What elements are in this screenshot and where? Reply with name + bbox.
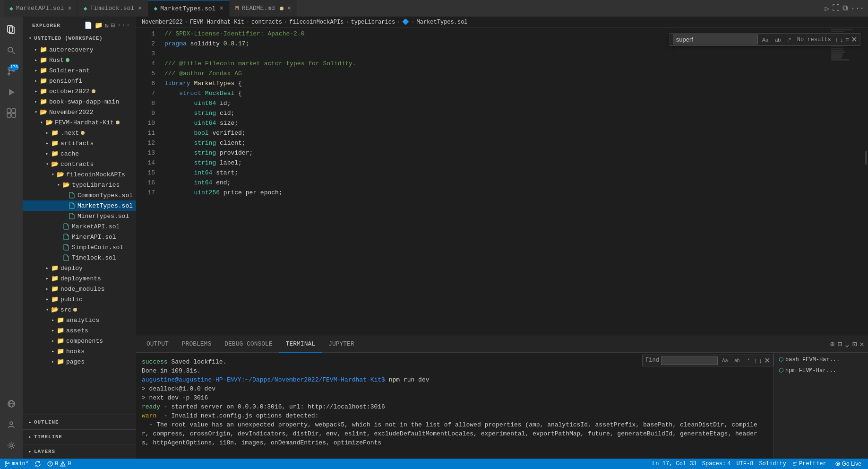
layout-icon[interactable]: ⧉ bbox=[842, 4, 848, 13]
breadcrumb-item-5[interactable]: 🔷 bbox=[402, 18, 409, 26]
tab-problems[interactable]: PROBLEMS bbox=[175, 336, 218, 353]
tree-item-rust[interactable]: ▸📁Rust bbox=[23, 55, 136, 65]
new-terminal-icon[interactable]: ⊕ bbox=[830, 339, 835, 349]
match-case-button[interactable]: Aa bbox=[760, 36, 771, 43]
tab-markettypes[interactable]: ◆MarketTypes.sol× bbox=[148, 0, 230, 17]
breadcrumb-item-4[interactable]: typeLibraries bbox=[351, 19, 395, 26]
tree-item-pensionfi[interactable]: ▸📁pensionfi bbox=[23, 76, 136, 86]
use-regex-button[interactable]: .* bbox=[785, 36, 793, 43]
tree-item-assets[interactable]: ▸📁assets bbox=[23, 325, 136, 336]
terminal-find-match-case[interactable]: Aa bbox=[720, 357, 730, 364]
tree-item-src[interactable]: ▾📂src bbox=[23, 304, 136, 315]
tab-close-timelock[interactable]: × bbox=[138, 5, 142, 12]
breadcrumb-item-0[interactable]: November2022 bbox=[142, 19, 182, 26]
activity-remote[interactable] bbox=[2, 394, 21, 413]
terminal-find-regex[interactable]: .* bbox=[744, 357, 752, 364]
breadcrumb-item-2[interactable]: contracts bbox=[251, 19, 282, 26]
breadcrumb-item-6[interactable]: MarketTypes.sol bbox=[417, 19, 468, 26]
run-icon[interactable]: ▷ bbox=[825, 4, 830, 13]
activity-settings[interactable] bbox=[2, 436, 21, 455]
tab-readme[interactable]: MREADME.md× bbox=[230, 0, 297, 17]
collapse-all-icon[interactable]: ⊟ bbox=[111, 21, 115, 29]
tree-item-october2022[interactable]: ▸📁october2022 bbox=[23, 86, 136, 96]
tree-item-minerapi[interactable]: MinerAPI.sol bbox=[23, 232, 136, 242]
debug-icon[interactable]: ⛶ bbox=[832, 4, 840, 13]
breadcrumb-item-3[interactable]: filecoinMockAPIs bbox=[289, 19, 344, 26]
activity-run[interactable] bbox=[2, 83, 21, 102]
tree-item-next[interactable]: ▸📁.next bbox=[23, 128, 136, 138]
minimap[interactable] bbox=[830, 28, 868, 336]
activity-account[interactable] bbox=[2, 415, 21, 434]
tree-item-pages[interactable]: ▸📁pages bbox=[23, 356, 136, 367]
tree-item-cache[interactable]: ▸📁cache bbox=[23, 148, 136, 159]
tree-item-public[interactable]: ▸📁public bbox=[23, 294, 136, 304]
tree-item-components[interactable]: ▸📁components bbox=[23, 336, 136, 346]
tree-item-markettypes-file[interactable]: MarketTypes.sol bbox=[23, 200, 136, 211]
terminal-find-input[interactable] bbox=[661, 356, 718, 365]
layers-header[interactable]: ▸ LAYERS bbox=[23, 446, 136, 457]
tree-item-analytics[interactable]: ▸📁analytics bbox=[23, 315, 136, 325]
refresh-icon[interactable]: ↻ bbox=[105, 21, 109, 29]
go-live-button[interactable]: Go Live bbox=[832, 459, 864, 469]
errors-item[interactable]: 0 0 bbox=[47, 460, 71, 467]
spaces-item[interactable]: Spaces: 4 bbox=[702, 460, 731, 467]
search-prev-button[interactable]: ↑ bbox=[835, 36, 838, 43]
tree-item-fevm-hardhat-kit[interactable]: ▾📂FEVM-Hardhat-Kit bbox=[23, 117, 136, 128]
encoding-item[interactable]: UTF-8 bbox=[736, 460, 753, 467]
new-folder-icon[interactable]: 📁 bbox=[95, 21, 103, 29]
match-word-button[interactable]: ab bbox=[773, 36, 783, 43]
tab-close-readme[interactable]: × bbox=[287, 5, 291, 12]
more-actions-icon[interactable]: ··· bbox=[851, 4, 864, 13]
tree-item-simplecoin[interactable]: SimpleCoin.sol bbox=[23, 242, 136, 252]
tree-item-timelock-file[interactable]: Timelock.sol bbox=[23, 252, 136, 263]
terminal-find-next[interactable]: ↓ bbox=[759, 357, 762, 365]
workspace-header[interactable]: ▾ UNTITLED (WORKSPACE) bbox=[23, 32, 136, 44]
tree-item-filecoinmockapis[interactable]: ▾📂filecoinMockAPIs bbox=[23, 169, 136, 180]
new-file-icon[interactable]: 📄 bbox=[84, 21, 93, 29]
prettier-item[interactable]: Prettier bbox=[792, 460, 826, 467]
code-content[interactable]: // SPDX-License-Identifier: Apache-2.0pr… bbox=[159, 28, 830, 336]
activity-explorer[interactable] bbox=[2, 20, 21, 39]
tab-marketapi[interactable]: ◆MarketAPI.sol× bbox=[4, 0, 78, 17]
tree-item-deployments[interactable]: ▸📁deployments bbox=[23, 273, 136, 284]
breadcrumb-item-1[interactable]: FEVM-Hardhat-Kit bbox=[190, 19, 244, 26]
tree-item-november2022[interactable]: ▾📂November2022 bbox=[23, 107, 136, 117]
tab-terminal[interactable]: TERMINAL bbox=[279, 336, 322, 353]
language-item[interactable]: Solidity bbox=[759, 460, 786, 467]
tree-item-deploy[interactable]: ▸📁deploy bbox=[23, 263, 136, 273]
close-search-button[interactable]: ✕ bbox=[851, 35, 857, 44]
terminal-session-bash[interactable]: ⬡ bash FEVM-Har... bbox=[776, 355, 866, 365]
terminal-find-close[interactable]: ✕ bbox=[764, 356, 770, 365]
timeline-header[interactable]: ▸ TIMELINE bbox=[23, 432, 136, 442]
tree-item-book-swap[interactable]: ▸📁book-swap-dapp-main bbox=[23, 96, 136, 107]
tree-item-minertypes[interactable]: MinerTypes.sol bbox=[23, 211, 136, 221]
branch-item[interactable]: main* bbox=[4, 460, 29, 467]
terminal-maximize-icon[interactable]: ⊡ bbox=[852, 339, 857, 349]
activity-source-control[interactable]: 170 bbox=[2, 62, 21, 81]
toggle-replace-button[interactable]: ≡ bbox=[845, 36, 849, 43]
terminal-layout-icon[interactable]: ⊟ bbox=[837, 339, 842, 349]
tab-timelock[interactable]: ◆Timelock.sol× bbox=[78, 0, 148, 17]
tree-item-marketapi[interactable]: MarketAPI.sol bbox=[23, 221, 136, 232]
tab-output[interactable]: OUTPUT bbox=[140, 336, 175, 353]
terminal-find-match-word[interactable]: ab bbox=[732, 357, 742, 364]
tree-item-contracts[interactable]: ▾📂contracts bbox=[23, 159, 136, 169]
tree-item-artifacts[interactable]: ▸📁artifacts bbox=[23, 138, 136, 148]
search-next-button[interactable]: ↓ bbox=[840, 36, 843, 43]
tree-item-autorecovery[interactable]: ▸📁autorecovery bbox=[23, 44, 136, 55]
tab-debug-console[interactable]: DEBUG CONSOLE bbox=[218, 336, 279, 353]
terminal-close-icon[interactable]: ✕ bbox=[859, 339, 864, 349]
activity-search[interactable] bbox=[2, 41, 21, 60]
terminal-session-npm[interactable]: ⬡ npm FEVM-Har... bbox=[776, 365, 866, 375]
tree-item-node-modules[interactable]: ▸📁node_modules bbox=[23, 284, 136, 294]
sync-item[interactable] bbox=[34, 460, 41, 467]
tree-item-commontypes[interactable]: CommonTypes.sol bbox=[23, 190, 136, 200]
terminal-more-icon[interactable]: ⌄ bbox=[845, 339, 850, 349]
tree-item-hooks[interactable]: ▸📁hooks bbox=[23, 346, 136, 356]
tab-jupyter[interactable]: JUPYTER bbox=[322, 336, 361, 353]
terminal-body[interactable]: success Saved lockfile.Done in 109.31s.a… bbox=[136, 353, 773, 459]
terminal-find-prev[interactable]: ↑ bbox=[754, 357, 757, 365]
search-input[interactable] bbox=[673, 35, 758, 44]
tree-item-typelibraries[interactable]: ▾📂typeLibraries bbox=[23, 180, 136, 190]
tab-close-marketapi[interactable]: × bbox=[68, 5, 71, 12]
